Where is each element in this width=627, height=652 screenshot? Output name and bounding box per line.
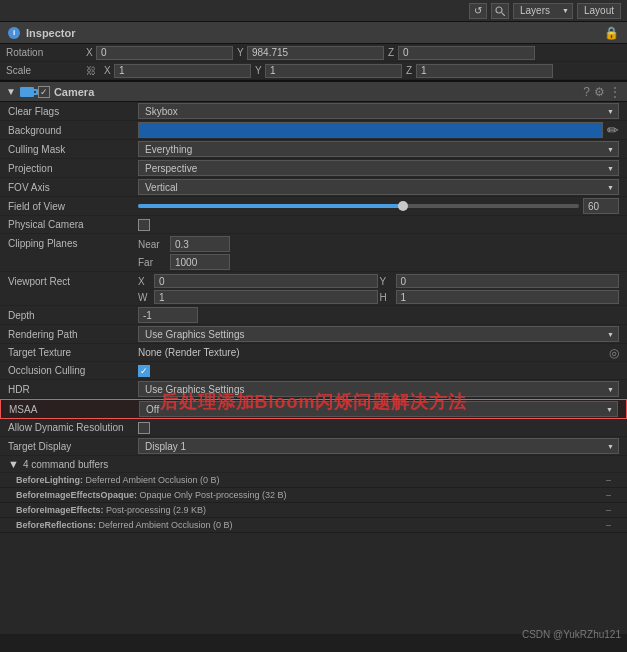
fov-slider-thumb[interactable] bbox=[398, 201, 408, 211]
projection-dropdown[interactable]: Perspective bbox=[138, 160, 619, 176]
projection-text: Perspective bbox=[145, 163, 197, 174]
rendering-path-dropdown[interactable]: Use Graphics Settings bbox=[138, 326, 619, 342]
fov-label: Field of View bbox=[8, 201, 138, 212]
hdr-dropdown[interactable]: Use Graphics Settings bbox=[138, 381, 619, 397]
msaa-row: MSAA Off bbox=[0, 399, 627, 419]
clear-flags-label: Clear Flags bbox=[8, 106, 138, 117]
target-display-text: Display 1 bbox=[145, 441, 186, 452]
camera-overflow-icon[interactable]: ⋮ bbox=[609, 85, 621, 99]
rotation-fields: X Y Z bbox=[86, 46, 621, 60]
cmd-entry-2: BeforeImageEffects: Post-processing (2.9… bbox=[0, 503, 627, 518]
cmd-entry-2-dash: – bbox=[606, 505, 611, 515]
lock-icon[interactable]: 🔒 bbox=[604, 26, 619, 40]
scale-link-icon: ⛓ bbox=[86, 65, 96, 76]
camera-section-header[interactable]: ▼ ✓ Camera ? ⚙ ⋮ bbox=[0, 80, 627, 102]
target-texture-value: None (Render Texture) ◎ bbox=[138, 346, 619, 360]
hdr-label: HDR bbox=[8, 384, 138, 395]
inspector-header: i Inspector 🔒 bbox=[0, 22, 627, 44]
cmd-entry-0-text: BeforeLighting: Deferred Ambient Occlusi… bbox=[16, 475, 220, 485]
vp-x-input[interactable] bbox=[154, 274, 378, 288]
rotation-z-field: Z bbox=[388, 46, 535, 60]
rotation-y-input[interactable] bbox=[247, 46, 384, 60]
fov-input[interactable] bbox=[583, 198, 619, 214]
cmd-entry-0: BeforeLighting: Deferred Ambient Occlusi… bbox=[0, 473, 627, 488]
background-value: ✏ bbox=[138, 122, 619, 138]
rotation-y-field: Y bbox=[237, 46, 384, 60]
vp-y-input[interactable] bbox=[396, 274, 620, 288]
near-input[interactable] bbox=[170, 236, 230, 252]
target-texture-row: Target Texture None (Render Texture) ◎ bbox=[0, 344, 627, 362]
target-display-row: Target Display Display 1 bbox=[0, 437, 627, 456]
hdr-row: HDR Use Graphics Settings bbox=[0, 380, 627, 399]
scale-y-input[interactable] bbox=[265, 64, 402, 78]
fov-slider-container bbox=[138, 198, 619, 214]
fov-axis-label: FOV Axis bbox=[8, 182, 138, 193]
scale-z-label: Z bbox=[406, 65, 414, 76]
search-button[interactable] bbox=[491, 3, 509, 19]
rotation-x-input[interactable] bbox=[96, 46, 233, 60]
rendering-path-row: Rendering Path Use Graphics Settings bbox=[0, 325, 627, 344]
fov-slider-track[interactable] bbox=[138, 204, 579, 208]
inspector-content: Clear Flags Skybox Background ✏ Culling … bbox=[0, 102, 627, 634]
physical-camera-row: Physical Camera bbox=[0, 216, 627, 234]
vp-h-input[interactable] bbox=[396, 290, 620, 304]
culling-mask-dropdown[interactable]: Everything bbox=[138, 141, 619, 157]
target-display-dropdown[interactable]: Display 1 bbox=[138, 438, 619, 454]
clipping-planes-row: Clipping Planes Near Far bbox=[0, 234, 627, 272]
undo-button[interactable]: ↺ bbox=[469, 3, 487, 19]
rendering-path-text: Use Graphics Settings bbox=[145, 329, 245, 340]
camera-component-title: Camera bbox=[54, 86, 94, 98]
camera-enabled-checkbox[interactable]: ✓ bbox=[38, 86, 50, 98]
camera-collapse-icon: ▼ bbox=[6, 86, 16, 97]
far-input[interactable] bbox=[170, 254, 230, 270]
msaa-dropdown[interactable]: Off bbox=[139, 401, 618, 417]
scale-fields: ⛓ X Y Z bbox=[86, 64, 621, 78]
background-color-box[interactable] bbox=[138, 122, 603, 138]
occlusion-culling-checkbox[interactable]: ✓ bbox=[138, 365, 150, 377]
color-picker-icon[interactable]: ✏ bbox=[607, 122, 619, 138]
inspector-icon: i bbox=[8, 27, 20, 39]
allow-dynamic-resolution-checkbox[interactable] bbox=[138, 422, 150, 434]
occlusion-culling-row: Occlusion Culling ✓ bbox=[0, 362, 627, 380]
clear-flags-dropdown[interactable]: Skybox bbox=[138, 103, 619, 119]
msaa-text: Off bbox=[146, 404, 159, 415]
clipping-planes-label: Clipping Planes bbox=[8, 236, 138, 249]
scale-z-input[interactable] bbox=[416, 64, 553, 78]
scale-z-field: Z bbox=[406, 64, 553, 78]
cmd-entry-3-text: BeforeReflections: Deferred Ambient Occl… bbox=[16, 520, 233, 530]
depth-value bbox=[138, 307, 619, 323]
vp-w-input[interactable] bbox=[154, 290, 378, 304]
scale-label: Scale bbox=[6, 65, 86, 76]
cmd-entry-1-dash: – bbox=[606, 490, 611, 500]
camera-help-icon[interactable]: ? bbox=[583, 85, 590, 99]
allow-dynamic-resolution-value bbox=[138, 422, 619, 434]
cmd-buffers-label: 4 command buffers bbox=[23, 459, 108, 470]
fov-axis-dropdown[interactable]: Vertical bbox=[138, 179, 619, 195]
culling-mask-row: Culling Mask Everything bbox=[0, 140, 627, 159]
target-texture-picker-icon[interactable]: ◎ bbox=[609, 346, 619, 360]
cmd-entry-1: BeforeImageEffectsOpaque: Opaque Only Po… bbox=[0, 488, 627, 503]
projection-row: Projection Perspective bbox=[0, 159, 627, 178]
depth-row: Depth bbox=[0, 306, 627, 325]
culling-mask-text: Everything bbox=[145, 144, 192, 155]
scale-row: Scale ⛓ X Y Z bbox=[0, 62, 627, 80]
allow-dynamic-resolution-row: Allow Dynamic Resolution bbox=[0, 419, 627, 437]
hdr-text: Use Graphics Settings bbox=[145, 384, 245, 395]
camera-settings-icon[interactable]: ⚙ bbox=[594, 85, 605, 99]
camera-icon bbox=[20, 87, 34, 97]
cmd-entry-3-dash: – bbox=[606, 520, 611, 530]
scale-x-input[interactable] bbox=[114, 64, 251, 78]
svg-line-1 bbox=[502, 13, 505, 16]
cmd-entry-3: BeforeReflections: Deferred Ambient Occl… bbox=[0, 518, 627, 533]
physical-camera-checkbox[interactable] bbox=[138, 219, 150, 231]
vp-w-field: W bbox=[138, 290, 378, 304]
command-buffers-header[interactable]: ▼ 4 command buffers bbox=[0, 456, 627, 473]
rotation-z-input[interactable] bbox=[398, 46, 535, 60]
depth-input[interactable] bbox=[138, 307, 198, 323]
layout-button[interactable]: Layout bbox=[577, 3, 621, 19]
clipping-stack: Near Far bbox=[138, 236, 619, 270]
rotation-z-label: Z bbox=[388, 47, 396, 58]
scale-y-label: Y bbox=[255, 65, 263, 76]
fov-axis-row: FOV Axis Vertical bbox=[0, 178, 627, 197]
layers-dropdown[interactable]: Layers bbox=[513, 3, 573, 19]
